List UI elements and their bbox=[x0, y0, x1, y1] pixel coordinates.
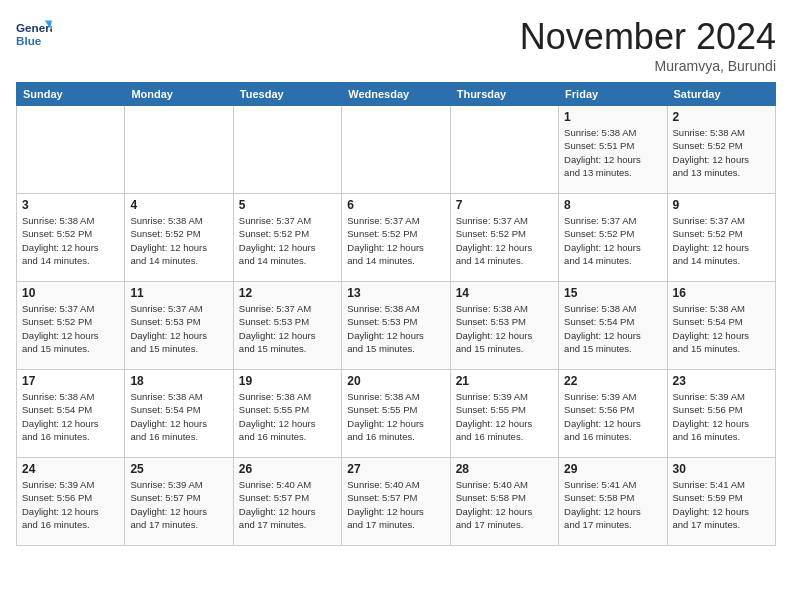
calendar-cell: 30Sunrise: 5:41 AM Sunset: 5:59 PM Dayli… bbox=[667, 458, 775, 546]
day-info: Sunrise: 5:37 AM Sunset: 5:52 PM Dayligh… bbox=[673, 214, 770, 267]
day-number: 19 bbox=[239, 374, 336, 388]
day-info: Sunrise: 5:38 AM Sunset: 5:54 PM Dayligh… bbox=[564, 302, 661, 355]
calendar-cell: 28Sunrise: 5:40 AM Sunset: 5:58 PM Dayli… bbox=[450, 458, 558, 546]
calendar-cell: 20Sunrise: 5:38 AM Sunset: 5:55 PM Dayli… bbox=[342, 370, 450, 458]
weekday-header-sunday: Sunday bbox=[17, 83, 125, 106]
weekday-header-monday: Monday bbox=[125, 83, 233, 106]
day-number: 24 bbox=[22, 462, 119, 476]
calendar-cell: 14Sunrise: 5:38 AM Sunset: 5:53 PM Dayli… bbox=[450, 282, 558, 370]
day-number: 18 bbox=[130, 374, 227, 388]
day-info: Sunrise: 5:37 AM Sunset: 5:53 PM Dayligh… bbox=[130, 302, 227, 355]
svg-text:Blue: Blue bbox=[16, 34, 42, 47]
day-number: 8 bbox=[564, 198, 661, 212]
day-info: Sunrise: 5:38 AM Sunset: 5:52 PM Dayligh… bbox=[130, 214, 227, 267]
day-info: Sunrise: 5:37 AM Sunset: 5:52 PM Dayligh… bbox=[456, 214, 553, 267]
day-info: Sunrise: 5:38 AM Sunset: 5:55 PM Dayligh… bbox=[347, 390, 444, 443]
day-info: Sunrise: 5:38 AM Sunset: 5:53 PM Dayligh… bbox=[456, 302, 553, 355]
day-info: Sunrise: 5:37 AM Sunset: 5:52 PM Dayligh… bbox=[239, 214, 336, 267]
calendar-cell: 11Sunrise: 5:37 AM Sunset: 5:53 PM Dayli… bbox=[125, 282, 233, 370]
day-number: 2 bbox=[673, 110, 770, 124]
logo: General Blue bbox=[16, 16, 52, 52]
day-number: 20 bbox=[347, 374, 444, 388]
weekday-header-tuesday: Tuesday bbox=[233, 83, 341, 106]
day-info: Sunrise: 5:38 AM Sunset: 5:54 PM Dayligh… bbox=[673, 302, 770, 355]
calendar-cell: 5Sunrise: 5:37 AM Sunset: 5:52 PM Daylig… bbox=[233, 194, 341, 282]
logo-icon: General Blue bbox=[16, 16, 52, 52]
weekday-header-saturday: Saturday bbox=[667, 83, 775, 106]
calendar-cell: 26Sunrise: 5:40 AM Sunset: 5:57 PM Dayli… bbox=[233, 458, 341, 546]
day-info: Sunrise: 5:38 AM Sunset: 5:52 PM Dayligh… bbox=[673, 126, 770, 179]
calendar-cell bbox=[125, 106, 233, 194]
calendar-cell bbox=[17, 106, 125, 194]
calendar-cell: 22Sunrise: 5:39 AM Sunset: 5:56 PM Dayli… bbox=[559, 370, 667, 458]
calendar-cell: 19Sunrise: 5:38 AM Sunset: 5:55 PM Dayli… bbox=[233, 370, 341, 458]
day-info: Sunrise: 5:39 AM Sunset: 5:56 PM Dayligh… bbox=[22, 478, 119, 531]
day-number: 1 bbox=[564, 110, 661, 124]
calendar-cell: 16Sunrise: 5:38 AM Sunset: 5:54 PM Dayli… bbox=[667, 282, 775, 370]
calendar-cell: 6Sunrise: 5:37 AM Sunset: 5:52 PM Daylig… bbox=[342, 194, 450, 282]
day-number: 23 bbox=[673, 374, 770, 388]
day-number: 17 bbox=[22, 374, 119, 388]
day-number: 6 bbox=[347, 198, 444, 212]
day-number: 7 bbox=[456, 198, 553, 212]
day-number: 16 bbox=[673, 286, 770, 300]
calendar-cell: 17Sunrise: 5:38 AM Sunset: 5:54 PM Dayli… bbox=[17, 370, 125, 458]
calendar-table: SundayMondayTuesdayWednesdayThursdayFrid… bbox=[16, 82, 776, 546]
day-number: 29 bbox=[564, 462, 661, 476]
calendar-cell bbox=[450, 106, 558, 194]
day-number: 9 bbox=[673, 198, 770, 212]
day-number: 13 bbox=[347, 286, 444, 300]
weekday-header-row: SundayMondayTuesdayWednesdayThursdayFrid… bbox=[17, 83, 776, 106]
month-title: November 2024 bbox=[520, 16, 776, 58]
day-number: 14 bbox=[456, 286, 553, 300]
day-info: Sunrise: 5:39 AM Sunset: 5:55 PM Dayligh… bbox=[456, 390, 553, 443]
calendar-cell: 1Sunrise: 5:38 AM Sunset: 5:51 PM Daylig… bbox=[559, 106, 667, 194]
day-info: Sunrise: 5:37 AM Sunset: 5:52 PM Dayligh… bbox=[22, 302, 119, 355]
calendar-cell: 3Sunrise: 5:38 AM Sunset: 5:52 PM Daylig… bbox=[17, 194, 125, 282]
weekday-header-thursday: Thursday bbox=[450, 83, 558, 106]
calendar-cell: 9Sunrise: 5:37 AM Sunset: 5:52 PM Daylig… bbox=[667, 194, 775, 282]
day-number: 5 bbox=[239, 198, 336, 212]
calendar-week-row: 1Sunrise: 5:38 AM Sunset: 5:51 PM Daylig… bbox=[17, 106, 776, 194]
day-number: 30 bbox=[673, 462, 770, 476]
calendar-cell: 13Sunrise: 5:38 AM Sunset: 5:53 PM Dayli… bbox=[342, 282, 450, 370]
calendar-week-row: 10Sunrise: 5:37 AM Sunset: 5:52 PM Dayli… bbox=[17, 282, 776, 370]
day-number: 3 bbox=[22, 198, 119, 212]
day-number: 15 bbox=[564, 286, 661, 300]
calendar-cell bbox=[233, 106, 341, 194]
day-number: 10 bbox=[22, 286, 119, 300]
calendar-cell: 18Sunrise: 5:38 AM Sunset: 5:54 PM Dayli… bbox=[125, 370, 233, 458]
day-info: Sunrise: 5:37 AM Sunset: 5:52 PM Dayligh… bbox=[564, 214, 661, 267]
calendar-cell: 2Sunrise: 5:38 AM Sunset: 5:52 PM Daylig… bbox=[667, 106, 775, 194]
day-number: 11 bbox=[130, 286, 227, 300]
calendar-cell: 8Sunrise: 5:37 AM Sunset: 5:52 PM Daylig… bbox=[559, 194, 667, 282]
day-info: Sunrise: 5:39 AM Sunset: 5:57 PM Dayligh… bbox=[130, 478, 227, 531]
title-area: November 2024 Muramvya, Burundi bbox=[520, 16, 776, 74]
calendar-cell: 25Sunrise: 5:39 AM Sunset: 5:57 PM Dayli… bbox=[125, 458, 233, 546]
day-number: 12 bbox=[239, 286, 336, 300]
day-info: Sunrise: 5:38 AM Sunset: 5:51 PM Dayligh… bbox=[564, 126, 661, 179]
calendar-week-row: 3Sunrise: 5:38 AM Sunset: 5:52 PM Daylig… bbox=[17, 194, 776, 282]
day-info: Sunrise: 5:39 AM Sunset: 5:56 PM Dayligh… bbox=[673, 390, 770, 443]
calendar-cell: 23Sunrise: 5:39 AM Sunset: 5:56 PM Dayli… bbox=[667, 370, 775, 458]
day-info: Sunrise: 5:38 AM Sunset: 5:53 PM Dayligh… bbox=[347, 302, 444, 355]
day-info: Sunrise: 5:38 AM Sunset: 5:52 PM Dayligh… bbox=[22, 214, 119, 267]
day-number: 22 bbox=[564, 374, 661, 388]
calendar-cell: 29Sunrise: 5:41 AM Sunset: 5:58 PM Dayli… bbox=[559, 458, 667, 546]
calendar-cell: 7Sunrise: 5:37 AM Sunset: 5:52 PM Daylig… bbox=[450, 194, 558, 282]
day-number: 26 bbox=[239, 462, 336, 476]
calendar-cell: 27Sunrise: 5:40 AM Sunset: 5:57 PM Dayli… bbox=[342, 458, 450, 546]
day-info: Sunrise: 5:40 AM Sunset: 5:58 PM Dayligh… bbox=[456, 478, 553, 531]
day-number: 25 bbox=[130, 462, 227, 476]
day-info: Sunrise: 5:41 AM Sunset: 5:58 PM Dayligh… bbox=[564, 478, 661, 531]
calendar-week-row: 24Sunrise: 5:39 AM Sunset: 5:56 PM Dayli… bbox=[17, 458, 776, 546]
day-number: 28 bbox=[456, 462, 553, 476]
calendar-cell bbox=[342, 106, 450, 194]
day-info: Sunrise: 5:38 AM Sunset: 5:55 PM Dayligh… bbox=[239, 390, 336, 443]
calendar-cell: 24Sunrise: 5:39 AM Sunset: 5:56 PM Dayli… bbox=[17, 458, 125, 546]
weekday-header-wednesday: Wednesday bbox=[342, 83, 450, 106]
calendar-cell: 15Sunrise: 5:38 AM Sunset: 5:54 PM Dayli… bbox=[559, 282, 667, 370]
day-number: 27 bbox=[347, 462, 444, 476]
calendar-cell: 21Sunrise: 5:39 AM Sunset: 5:55 PM Dayli… bbox=[450, 370, 558, 458]
calendar-cell: 4Sunrise: 5:38 AM Sunset: 5:52 PM Daylig… bbox=[125, 194, 233, 282]
